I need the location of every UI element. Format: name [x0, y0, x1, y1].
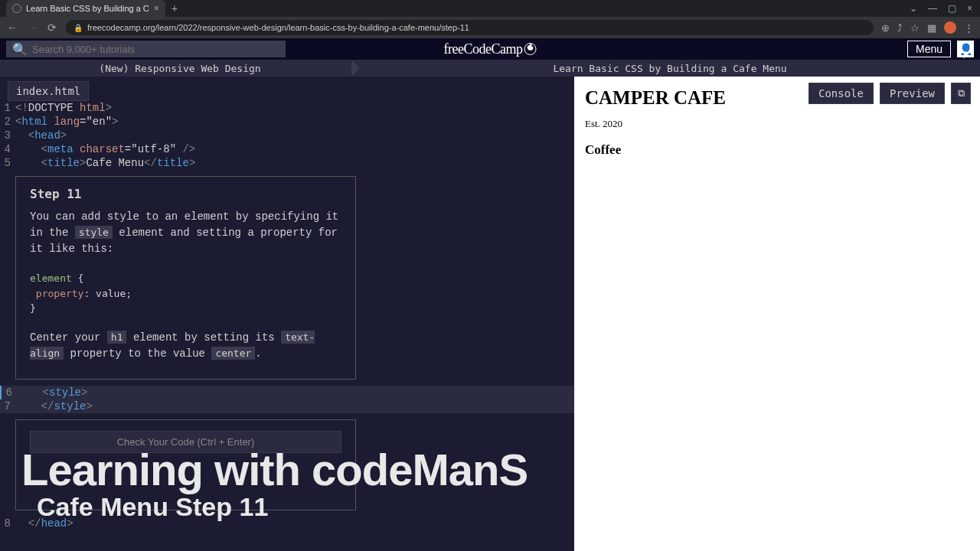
- url-text: freecodecamp.org/learn/2022/responsive-w…: [87, 23, 469, 32]
- tab-close-icon[interactable]: ×: [154, 3, 159, 14]
- fire-icon: [524, 43, 536, 55]
- new-window-icon[interactable]: ⧉: [951, 83, 971, 104]
- editor-panel: index.html 1<!DOCTYPE html> 2<html lang=…: [0, 77, 574, 551]
- code-editor[interactable]: 1<!DOCTYPE html> 2<html lang="en"> 3 <he…: [0, 101, 574, 551]
- search-input[interactable]: [32, 44, 279, 55]
- instruction-box: Step 11 You can add style to an element …: [15, 176, 356, 380]
- course-lesson: Learn Basic CSS by Building a Cafe Menu: [360, 60, 980, 77]
- check-code-button[interactable]: Check Your Code (Ctrl + Enter): [30, 431, 341, 453]
- course-row: (New) Responsive Web Design Learn Basic …: [0, 60, 980, 77]
- kebab-icon[interactable]: ⋮: [964, 22, 974, 34]
- tab-title: Learn Basic CSS by Building a C: [26, 4, 149, 13]
- search-box[interactable]: 🔍: [6, 41, 286, 57]
- new-tab-button[interactable]: +: [172, 2, 178, 15]
- minimize-icon[interactable]: ―: [928, 3, 937, 14]
- browser-chrome: Learn Basic CSS by Building a C × + ⌄ ― …: [0, 0, 980, 38]
- console-button[interactable]: Console: [808, 83, 874, 104]
- chevron-right-icon: [351, 60, 360, 77]
- forward-button: →: [26, 21, 38, 34]
- view-buttons: Console Preview ⧉: [808, 83, 971, 104]
- preview-button[interactable]: Preview: [880, 83, 945, 104]
- feedback-box: Check Your Code (Ctrl + Enter): [15, 419, 356, 510]
- reload-button[interactable]: ⟳: [46, 21, 58, 34]
- window-controls: ⌄ ― ▢ ×: [910, 3, 980, 14]
- maximize-icon[interactable]: ▢: [948, 3, 956, 14]
- search-icon: 🔍: [12, 42, 28, 57]
- preview-h2: Coffee: [585, 142, 969, 158]
- menu-button[interactable]: Menu: [907, 41, 951, 57]
- share-icon[interactable]: ⤴: [897, 22, 903, 34]
- back-button[interactable]: ←: [6, 21, 18, 34]
- course-track[interactable]: (New) Responsive Web Design: [0, 60, 360, 77]
- file-tab-row: index.html: [0, 77, 574, 101]
- step-title: Step 11: [30, 187, 341, 201]
- preview-panel: CAMPER CAFE Est. 2020 Coffee: [574, 77, 980, 551]
- url-bar[interactable]: 🔒 freecodecamp.org/learn/2022/responsive…: [66, 20, 874, 35]
- browser-toolbar: ← → ⟳ 🔒 freecodecamp.org/learn/2022/resp…: [0, 17, 980, 38]
- code-example: element { property: value; }: [30, 271, 341, 316]
- fcc-header: 🔍 freeCodeCamp Menu 👤: [0, 38, 980, 60]
- extensions-icon[interactable]: ▦: [927, 22, 936, 34]
- instruction-para1: You can add style to an element by speci…: [30, 209, 341, 257]
- lock-icon: 🔒: [74, 24, 83, 32]
- zoom-icon[interactable]: ⊕: [881, 22, 890, 34]
- toolbar-right: ⊕ ⤴ ☆ ▦ ⋮: [881, 21, 974, 34]
- tab-favicon-icon: [12, 4, 21, 13]
- main-area: index.html 1<!DOCTYPE html> 2<html lang=…: [0, 77, 980, 551]
- chevron-down-icon[interactable]: ⌄: [910, 3, 917, 14]
- star-icon[interactable]: ☆: [910, 22, 920, 34]
- file-tab[interactable]: index.html: [8, 81, 89, 101]
- fcc-logo[interactable]: freeCodeCamp: [444, 41, 537, 57]
- browser-tab[interactable]: Learn Basic CSS by Building a C ×: [6, 0, 165, 17]
- preview-est: Est. 2020: [585, 118, 969, 130]
- instruction-para2: Center your h1 element by setting its te…: [30, 330, 341, 362]
- close-icon[interactable]: ×: [967, 3, 972, 14]
- profile-avatar[interactable]: [944, 21, 956, 34]
- tab-bar: Learn Basic CSS by Building a C × + ⌄ ― …: [0, 0, 980, 17]
